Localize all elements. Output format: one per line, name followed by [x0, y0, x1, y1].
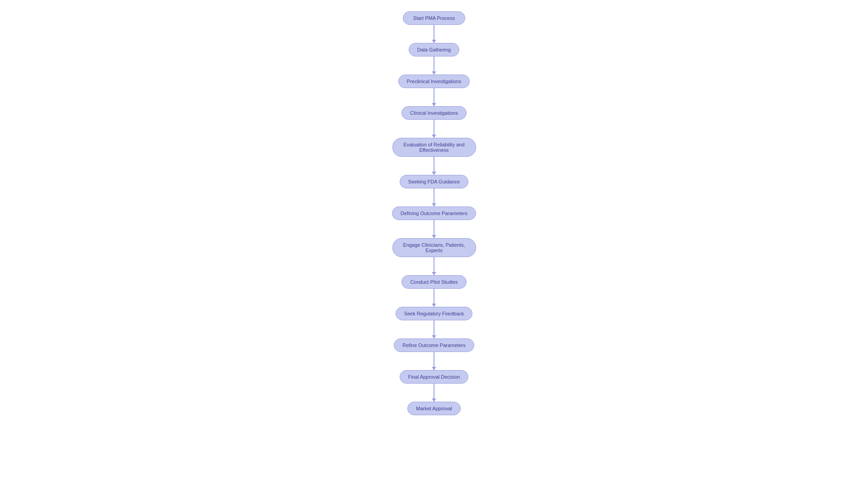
node-label-preclinical: Preclinical Investigations	[407, 79, 461, 84]
node-engage[interactable]: Engage Clinicians, Patients, Experts	[392, 238, 476, 257]
connector-9	[434, 289, 434, 307]
node-label-regulatory-feedback: Seek Regulatory Feedback	[404, 311, 464, 316]
connector-12	[434, 384, 434, 402]
node-label-fda-guidance: Seeking FDA Guidance	[408, 179, 460, 184]
node-label-defining-outcome: Defining Outcome Parameters	[401, 211, 467, 216]
node-regulatory-feedback[interactable]: Seek Regulatory Feedback	[396, 307, 473, 320]
node-defining-outcome[interactable]: Defining Outcome Parameters	[392, 206, 476, 220]
node-evaluation[interactable]: Evaluation of Reliability and Effectiven…	[392, 138, 476, 157]
connector-7	[434, 220, 434, 238]
node-label-evaluation: Evaluation of Reliability and Effectiven…	[397, 142, 471, 153]
flowchart-container: Start PMA Process Data Gathering Preclin…	[344, 2, 524, 488]
connector-8	[434, 257, 434, 275]
connector-4	[434, 120, 434, 138]
node-final-approval[interactable]: Final Approval Decision	[400, 370, 469, 384]
connector-6	[434, 188, 434, 206]
connector-3	[434, 88, 434, 106]
connector-1	[434, 25, 434, 43]
node-label-start: Start PMA Process	[413, 15, 455, 21]
node-label-pilot: Conduct Pilot Studies	[410, 279, 458, 285]
connector-10	[434, 320, 434, 338]
node-clinical[interactable]: Clinical Investigations	[401, 106, 467, 120]
node-label-engage: Engage Clinicians, Patients, Experts	[397, 242, 471, 253]
node-pilot[interactable]: Conduct Pilot Studies	[401, 275, 466, 289]
node-preclinical[interactable]: Preclinical Investigations	[398, 75, 470, 88]
node-label-final-approval: Final Approval Decision	[408, 374, 460, 380]
node-label-data-gathering: Data Gathering	[417, 47, 451, 52]
node-label-refine-outcome: Refine Outcome Parameters	[402, 343, 465, 348]
node-start-pma-process[interactable]: Start PMA Process	[403, 11, 465, 25]
connector-2	[434, 56, 434, 75]
node-label-clinical: Clinical Investigations	[410, 110, 458, 116]
node-data-gathering[interactable]: Data Gathering	[409, 43, 460, 56]
connector-11	[434, 352, 434, 370]
node-fda-guidance[interactable]: Seeking FDA Guidance	[400, 175, 468, 188]
node-refine-outcome[interactable]: Refine Outcome Parameters	[394, 338, 474, 352]
node-market-approval[interactable]: Market Approval	[407, 402, 460, 415]
connector-5	[434, 157, 434, 175]
node-label-market-approval: Market Approval	[416, 406, 452, 411]
